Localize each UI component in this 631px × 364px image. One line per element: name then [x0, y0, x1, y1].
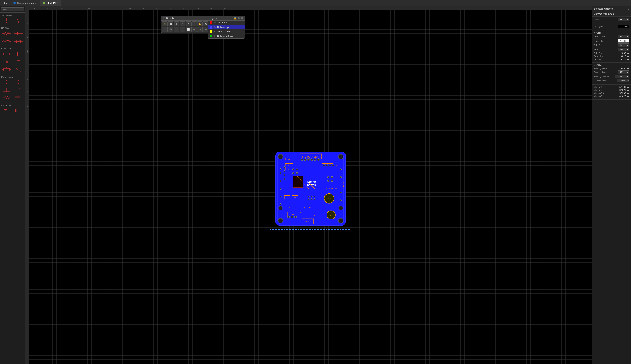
tool-arc[interactable]: ◜ [180, 21, 185, 26]
symbol-cap-eu2[interactable] [13, 58, 24, 66]
symbol-resistor-us[interactable] [1, 30, 12, 37]
svg-text:P3: P3 [303, 207, 305, 208]
symbol-cap-us[interactable] [13, 30, 24, 37]
symbol-vcc[interactable]: VCC [13, 17, 24, 24]
grid-color-box[interactable]: #FFFFFF [618, 39, 629, 43]
tool-arc2[interactable]: ◝ [185, 21, 191, 26]
other-title-label: Other [596, 64, 603, 66]
tool-rect2[interactable]: ⬜ [185, 27, 191, 32]
tab-stepper-motor[interactable]: 🔵 Steper Motor con... [11, 0, 40, 6]
layers-header: Layers 🔒 ⚙ ✕ [208, 16, 245, 20]
layer-bottomlayer[interactable]: 👁 BottomLayer [208, 25, 245, 30]
svg-text:R7: R7 [288, 164, 290, 166]
svg-point-169 [280, 180, 281, 182]
symbol-pwr4[interactable]: 2 [13, 87, 24, 94]
routing-angle-select[interactable]: 45° 90° Free [618, 70, 629, 74]
svg-text:P4: P4 [315, 207, 316, 208]
tool-text[interactable]: T [174, 21, 179, 26]
symbol-diode-eu[interactable] [1, 58, 12, 66]
filter-input[interactable] [1, 7, 24, 11]
layer-topsilk[interactable]: 👁 TopSilkLayer [208, 30, 245, 34]
layers-close-icon[interactable]: ✕ [241, 17, 243, 20]
symbol-probe[interactable] [13, 66, 24, 73]
svg-point-104 [332, 164, 334, 166]
layer-toplayer[interactable]: 👁 TopLayer [208, 20, 245, 25]
tab-new-pcb[interactable]: 🟢 NEW_PCB [40, 0, 61, 6]
pcb-canvas[interactable]: STEPPER MOTOR R6 [29, 10, 592, 364]
layers-settings-icon[interactable]: ⚙ [238, 17, 240, 20]
eu-symbols [1, 51, 24, 73]
symbol-resistor-eu2[interactable] [1, 66, 12, 73]
visible-grid-select[interactable]: Yes No [618, 35, 629, 38]
tool-dash[interactable]: ⁻⁻ [180, 27, 185, 32]
supply-symbols: VCC [1, 17, 24, 24]
section-us-style-title: US Style [1, 27, 24, 29]
units-select[interactable]: mm mil inch [618, 18, 629, 21]
svg-point-173 [340, 168, 342, 170]
tool-hand[interactable]: ✋ [197, 21, 203, 26]
toplayer-color [209, 21, 212, 24]
symbol-gnd[interactable] [1, 17, 12, 24]
symbol-pwr1[interactable] [1, 79, 12, 86]
tool-square[interactable]: □ [197, 27, 203, 32]
svg-point-97 [317, 158, 320, 161]
svg-text:10: 10 [115, 8, 117, 9]
symbol-pwr2[interactable] [13, 79, 24, 86]
svg-text:-30: -30 [60, 8, 63, 9]
svg-point-111 [284, 167, 285, 168]
svg-text:-1: -1 [5, 110, 6, 112]
snap-select[interactable]: Yes No [618, 48, 629, 51]
copper-zone-row: Copper Zone Visible Hidden [594, 79, 629, 82]
tool-cross[interactable]: ✕ [203, 21, 208, 26]
copper-zone-select[interactable]: Visible Hidden [617, 79, 629, 82]
pcb-tools-minimize-icon[interactable]: — [205, 17, 208, 20]
symbol-conn2[interactable]: 1 2 [13, 107, 24, 114]
tool-grid[interactable]: ⊞ [203, 27, 208, 32]
tab-start[interactable]: Start [0, 0, 11, 6]
symbol-resistor-eu[interactable] [1, 51, 12, 58]
background-color-label: #000000 [620, 26, 627, 28]
svg-text:120: 120 [27, 64, 28, 66]
svg-point-95 [311, 158, 313, 161]
grid-style-select[interactable]: line dot [618, 44, 629, 47]
tool-pencil[interactable]: ✎ [168, 27, 173, 32]
grid-size-label: Grid Size [594, 52, 603, 54]
background-label: Background [594, 25, 605, 28]
grid-color-value: #FFFFFF [619, 40, 628, 42]
background-color-box[interactable]: #000000 [618, 25, 629, 28]
tool-circle2[interactable]: ○ [191, 21, 197, 26]
svg-text:R6: R6 [300, 212, 302, 214]
routing-conflict-select[interactable]: Block Ignore Highlight [615, 75, 629, 78]
layer-bottomsilk[interactable]: 👁 BottomSilkLayer [208, 34, 245, 38]
units-row: Units mm mil inch [594, 18, 629, 21]
svg-point-171 [280, 196, 281, 197]
symbol-pwr3[interactable] [1, 87, 12, 94]
tool-wire[interactable]: ⚡ [162, 21, 168, 26]
visible-grid-label: Visible Grid [594, 36, 605, 38]
canvas-area[interactable]: -50 -40 -30 -20 -10 0 10 20 30 40 50 60 … [25, 6, 592, 364]
pcb-board: STEPPER MOTOR R6 [270, 142, 351, 232]
tool-cross2[interactable]: ⊕ [191, 27, 197, 32]
svg-point-86 [338, 154, 343, 159]
symbol-pwr5[interactable] [1, 94, 12, 102]
symbol-cap-eu[interactable] [13, 51, 24, 58]
svg-point-85 [278, 154, 283, 159]
pcb-tools-panel: PCB Tools — ⚡ ⬤ T ◜ ◝ ○ ✋ ✕ [161, 16, 209, 33]
tool-circle[interactable]: ⬤ [168, 21, 173, 26]
symbol-inductor-us[interactable] [1, 38, 12, 45]
tool-angle[interactable]: ∟ [174, 27, 179, 32]
layers-lock-icon[interactable]: 🔒 [234, 17, 237, 20]
symbol-conn1[interactable]: -1 [1, 107, 12, 114]
svg-text:R6: R6 [288, 158, 290, 160]
tab-bar: Start 🔵 Steper Motor con... 🟢 NEW_PCB [0, 0, 631, 6]
svg-text:U2: U2 [297, 180, 299, 182]
grid-collapse-icon[interactable]: ▼ [594, 32, 596, 34]
other-collapse-icon[interactable]: ▼ [594, 64, 596, 66]
symbol-pwr6[interactable]: 2 [13, 94, 24, 102]
svg-point-133 [327, 176, 329, 178]
svg-text:-40: -40 [47, 8, 49, 9]
tool-rect[interactable]: ▭ [162, 27, 168, 32]
symbol-zener-us[interactable] [13, 38, 24, 45]
svg-point-94 [307, 158, 310, 161]
svg-text:LED2: LED2 [312, 214, 316, 216]
